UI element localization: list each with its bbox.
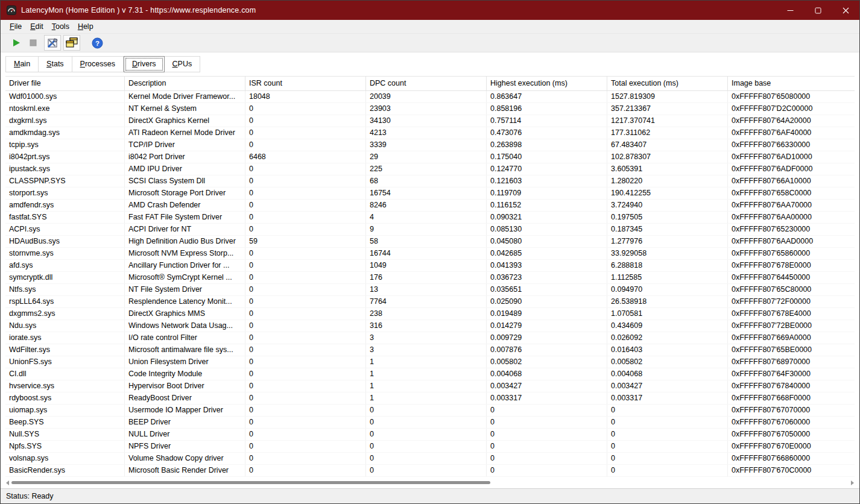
table-row[interactable]: Npfs.SYSNPFS Driver00000xFFFFF807'670E00… <box>5 441 855 453</box>
table-cell: I/O rate control Filter <box>125 332 245 344</box>
column-header[interactable]: DPC count <box>366 77 487 90</box>
table-row[interactable]: amdfendr.sysAMD Crash Defender082460.116… <box>5 200 855 212</box>
close-button[interactable] <box>832 1 859 20</box>
table-cell: 0 <box>245 224 366 235</box>
table-cell: 0 <box>245 465 366 476</box>
table-cell: Ntfs.sys <box>5 284 125 295</box>
table-row[interactable]: stornvme.sysMicrosoft NVM Express Storp.… <box>5 248 855 260</box>
table-cell: 1 <box>366 356 487 368</box>
maximize-button[interactable] <box>804 1 832 20</box>
column-header[interactable]: Highest execution (ms) <box>487 77 607 90</box>
table-cell: 0.016403 <box>607 344 728 356</box>
table-row[interactable]: UnionFS.sysUnion Filesystem Driver010.00… <box>5 356 855 368</box>
table-row[interactable]: Beep.SYSBEEP Driver00000xFFFFF807'670600… <box>5 417 855 429</box>
menu-item-edit[interactable]: Edit <box>26 21 48 33</box>
svg-text:?: ? <box>95 39 99 46</box>
table-row[interactable]: Wdf01000.sysKernel Mode Driver Framewor.… <box>5 91 855 103</box>
table-row[interactable]: ipustack.sysAMD IPU Driver02250.1247703.… <box>5 163 855 175</box>
column-header[interactable]: Description <box>125 77 245 90</box>
table-cell: Hypervisor Boot Driver <box>125 380 245 392</box>
table-row[interactable]: HDAudBus.sysHigh Definition Audio Bus Dr… <box>5 236 855 248</box>
table-cell: 0.045080 <box>487 236 607 247</box>
table-cell: 0xFFFFF807'678E4000 <box>728 308 855 320</box>
menu-item-help[interactable]: Help <box>74 21 98 33</box>
table-row[interactable]: i8042prt.sysi8042 Port Driver6468290.175… <box>5 151 855 163</box>
tab-main[interactable]: Main <box>5 56 39 72</box>
table-cell: 0 <box>487 429 607 440</box>
table-row[interactable]: CLASSPNP.SYSSCSI Class System Dll0680.12… <box>5 175 855 187</box>
table-cell: Volume Shadow Copy driver <box>125 453 245 464</box>
table-cell: 0xFFFFF807'67070000 <box>728 405 855 416</box>
table-cell: 0 <box>487 465 607 476</box>
scrollbar-thumb[interactable] <box>11 481 490 484</box>
table-row[interactable]: ACPI.sysACPI Driver for NT090.0851300.18… <box>5 224 855 236</box>
table-cell: DirectX Graphics MMS <box>125 308 245 320</box>
minimize-button[interactable] <box>776 1 804 20</box>
table-cell: 0.003317 <box>607 392 728 404</box>
column-header[interactable]: Image base <box>728 77 855 90</box>
tab-drivers[interactable]: Drivers <box>124 56 165 72</box>
table-row[interactable]: hvservice.sysHypervisor Boot Driver010.0… <box>5 380 855 392</box>
tab-processes[interactable]: Processes <box>72 56 124 72</box>
tab-stats[interactable]: Stats <box>39 56 72 72</box>
menu-item-file[interactable]: File <box>5 21 26 33</box>
column-header[interactable]: Driver file <box>5 77 125 90</box>
help-button[interactable]: ? <box>89 35 106 51</box>
table-cell: dxgmms2.sys <box>5 308 125 320</box>
start-monitor-button[interactable] <box>8 35 25 51</box>
table-cell: AMD IPU Driver <box>125 163 245 175</box>
stop-icon <box>30 39 37 46</box>
table-row[interactable]: symcryptk.dllMicrosoft® SymCrypt Kernel … <box>5 272 855 284</box>
table-row[interactable]: dxgmms2.sysDirectX Graphics MMS02380.019… <box>5 308 855 320</box>
column-header[interactable]: ISR count <box>245 77 366 90</box>
table-row[interactable]: BasicRender.sysMicrosoft Basic Render Dr… <box>5 465 855 477</box>
table-cell: tcpip.sys <box>5 139 125 151</box>
table-row[interactable]: WdFilter.sysMicrosoft antimalware file s… <box>5 344 855 356</box>
table-cell: 0 <box>245 187 366 199</box>
stop-monitor-button[interactable] <box>25 35 42 51</box>
table-row[interactable]: storport.sysMicrosoft Storage Port Drive… <box>5 187 855 200</box>
table-cell: 0xFFFFF807'64A20000 <box>728 115 855 127</box>
table-cell: BEEP Driver <box>125 417 245 428</box>
scroll-left-arrow-icon[interactable] <box>6 480 9 485</box>
table-row[interactable]: dxgkrnl.sysDirectX Graphics Kernel034130… <box>5 115 855 127</box>
table-row[interactable]: Ntfs.sysNT File System Driver0130.035651… <box>5 284 855 296</box>
statusbar: Status: Ready <box>1 488 859 503</box>
table-cell: 0 <box>245 284 366 295</box>
table-cell: 0xFFFFF807'67050000 <box>728 429 855 440</box>
report-button[interactable] <box>63 35 80 51</box>
tab-cpus[interactable]: CPUs <box>165 56 201 72</box>
table-cell: 0 <box>487 405 607 416</box>
table-row[interactable]: amdkmdag.sysATI Radeon Kernel Mode Drive… <box>5 127 855 139</box>
table-row[interactable]: iorate.sysI/O rate control Filter030.009… <box>5 332 855 344</box>
table-row[interactable]: fastfat.SYSFast FAT File System Driver04… <box>5 212 855 224</box>
table-cell: 0 <box>245 380 366 392</box>
table-cell: symcryptk.dll <box>5 272 125 283</box>
table-cell: 4213 <box>366 127 487 139</box>
scroll-right-arrow-icon[interactable] <box>851 480 854 485</box>
table-cell: 0 <box>366 405 487 416</box>
table-row[interactable]: volsnap.sysVolume Shadow Copy driver0000… <box>5 453 855 465</box>
table-cell: Null.SYS <box>5 429 125 440</box>
horizontal-scrollbar[interactable] <box>5 479 855 487</box>
table-cell: 7764 <box>366 296 487 307</box>
table-row[interactable]: CI.dllCode Integrity Module010.0040680.0… <box>5 368 855 380</box>
table-row[interactable]: Null.SYSNULL Driver00000xFFFFF807'670500… <box>5 429 855 441</box>
driver-tools-button[interactable] <box>44 35 61 51</box>
table-cell: HDAudBus.sys <box>5 236 125 247</box>
table-cell: 0.124770 <box>487 163 607 175</box>
close-icon <box>843 7 849 14</box>
table-row[interactable]: Ndu.sysWindows Network Data Usag...03160… <box>5 320 855 332</box>
table-row[interactable]: tcpip.sysTCP/IP Driver033390.26389867.48… <box>5 139 855 151</box>
column-header[interactable]: Total execution (ms) <box>607 77 728 90</box>
menu-item-tools[interactable]: Tools <box>48 21 74 33</box>
table-cell: 0 <box>245 392 366 404</box>
table-row[interactable]: uiomap.sysUsermode IO Mapper Driver00000… <box>5 405 855 417</box>
table-row[interactable]: afd.sysAncillary Function Driver for ...… <box>5 260 855 272</box>
table-row[interactable]: rdyboost.sysReadyBoost Driver010.0033170… <box>5 392 855 405</box>
table-cell: Wdf01000.sys <box>5 91 125 102</box>
table-cell: 0 <box>245 429 366 440</box>
table-row[interactable]: rspLLL64.sysResplendence Latency Monit..… <box>5 296 855 308</box>
table-row[interactable]: ntoskrnl.exeNT Kernel & System0239030.85… <box>5 103 855 115</box>
table-cell: 1 <box>366 380 487 392</box>
